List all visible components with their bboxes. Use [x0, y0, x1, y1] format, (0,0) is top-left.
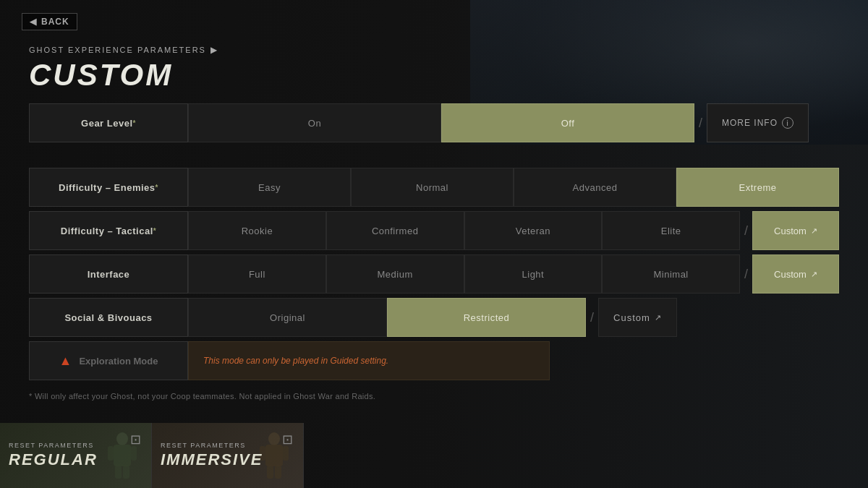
- exploration-row: ▲ Exploration Mode This mode can only be…: [29, 341, 839, 380]
- exploration-message: This mode can only be played in Guided s…: [188, 341, 550, 380]
- svg-rect-3: [131, 446, 137, 461]
- gear-level-options: On Off: [188, 103, 694, 142]
- svg-rect-11: [275, 466, 281, 479]
- difficulty-tactical-row: Difficulty – Tactical* Rookie Confirmed …: [29, 211, 839, 250]
- difficulty-enemies-options: Easy Normal Advanced Extreme: [188, 168, 839, 207]
- social-custom-button[interactable]: Custom ↗: [598, 298, 677, 337]
- interface-full-button[interactable]: Full: [188, 254, 326, 294]
- interface-label: Interface: [29, 254, 188, 294]
- bottom-presets: RESET PARAMETERS REGULAR ⊡ RESET PARAMET…: [0, 423, 868, 488]
- external-link-icon: ↗: [811, 226, 817, 236]
- footnote: * Will only affect your Ghost, not your …: [29, 388, 839, 401]
- preset-immersive-card[interactable]: RESET PARAMETERS IMMERSIVE ⊡: [152, 423, 304, 488]
- preset-regular-card[interactable]: RESET PARAMETERS REGULAR ⊡: [0, 423, 152, 488]
- svg-rect-4: [115, 466, 122, 479]
- enemies-advanced-button[interactable]: Advanced: [514, 168, 676, 207]
- social-options: Original Restricted: [188, 298, 586, 337]
- gear-on-button[interactable]: On: [188, 103, 441, 142]
- tactical-confirmed-button[interactable]: Confirmed: [326, 211, 464, 250]
- exploration-label: ▲ Exploration Mode: [29, 341, 188, 380]
- settings-area: Gear Level* On Off / MORE INFO i Difficu…: [0, 103, 868, 423]
- svg-rect-2: [108, 446, 114, 461]
- gear-level-label: Gear Level*: [29, 103, 188, 142]
- slash-divider-tactical: /: [740, 223, 752, 239]
- svg-rect-9: [283, 446, 289, 461]
- social-row: Social & Bivouacs Original Restricted / …: [29, 298, 839, 337]
- svg-point-6: [268, 432, 280, 445]
- interface-custom-button[interactable]: Custom ↗: [752, 254, 839, 294]
- back-label: BACK: [41, 17, 69, 27]
- interface-minimal-button[interactable]: Minimal: [602, 254, 740, 294]
- tactical-veteran-button[interactable]: Veteran: [464, 211, 603, 250]
- interface-options: Full Medium Light Minimal: [188, 254, 740, 294]
- tactical-custom-button[interactable]: Custom ↗: [752, 211, 839, 250]
- back-icon: ◀: [30, 17, 37, 27]
- social-original-button[interactable]: Original: [188, 298, 387, 337]
- sub-title: GHOST EXPERIENCE PARAMETERS ▶: [29, 45, 839, 55]
- warning-icon: ▲: [59, 354, 72, 369]
- preset-immersive-text: RESET PARAMETERS IMMERSIVE: [161, 442, 263, 469]
- difficulty-tactical-label: Difficulty – Tactical*: [29, 211, 188, 250]
- tactical-rookie-button[interactable]: Rookie: [188, 211, 326, 250]
- gear-off-button[interactable]: Off: [441, 103, 694, 142]
- slash-divider-social: /: [586, 310, 598, 325]
- arrow-icon: ▶: [210, 45, 218, 55]
- svg-rect-1: [114, 445, 131, 466]
- gear-level-row: Gear Level* On Off / MORE INFO i: [29, 103, 839, 142]
- enemies-normal-button[interactable]: Normal: [351, 168, 514, 207]
- slash-divider: /: [694, 116, 707, 131]
- back-button[interactable]: ◀ BACK: [22, 13, 77, 30]
- slash-divider-interface: /: [740, 267, 752, 282]
- svg-rect-5: [123, 466, 129, 479]
- tactical-elite-button[interactable]: Elite: [602, 211, 740, 250]
- difficulty-tactical-options: Rookie Confirmed Veteran Elite: [188, 211, 740, 250]
- svg-rect-7: [265, 445, 283, 466]
- enemies-easy-button[interactable]: Easy: [188, 168, 351, 207]
- header: GHOST EXPERIENCE PARAMETERS ▶ CUSTOM: [0, 38, 868, 103]
- difficulty-enemies-row: Difficulty – Enemies* Easy Normal Advanc…: [29, 168, 839, 207]
- page-title: CUSTOM: [29, 58, 839, 93]
- social-external-icon: ↗: [655, 313, 662, 322]
- svg-rect-10: [267, 466, 273, 479]
- monitor-icon: ⊡: [130, 432, 141, 448]
- interface-light-button[interactable]: Light: [464, 254, 603, 294]
- preset-regular-text: RESET PARAMETERS REGULAR: [9, 442, 98, 469]
- external-link-icon-2: ↗: [811, 270, 817, 279]
- social-restricted-button[interactable]: Restricted: [387, 298, 586, 337]
- monitor-icon-2: ⊡: [282, 432, 293, 448]
- info-circle-icon: i: [782, 117, 793, 129]
- interface-medium-button[interactable]: Medium: [326, 254, 464, 294]
- social-label: Social & Bivouacs: [29, 298, 188, 337]
- more-info-button[interactable]: MORE INFO i: [707, 103, 809, 142]
- difficulty-enemies-label: Difficulty – Enemies*: [29, 168, 188, 207]
- interface-row: Interface Full Medium Light Minimal / Cu…: [29, 254, 839, 294]
- enemies-extreme-button[interactable]: Extreme: [676, 168, 839, 207]
- svg-point-0: [116, 432, 128, 445]
